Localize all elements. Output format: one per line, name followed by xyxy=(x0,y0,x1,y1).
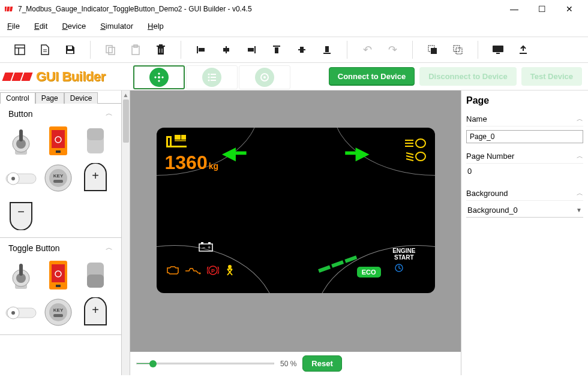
mode-tab-design[interactable] xyxy=(133,65,185,89)
paste-icon[interactable] xyxy=(124,41,147,59)
align-bottom-icon[interactable] xyxy=(316,41,338,59)
minimize-button[interactable]: — xyxy=(500,0,528,18)
control-phone-toggle[interactable] xyxy=(41,258,76,292)
prop-name-header[interactable]: Name ︿ xyxy=(466,112,583,126)
control-minus-button[interactable]: − xyxy=(4,198,38,233)
battery-icon: −+ xyxy=(199,242,213,255)
zoom-reset-button[interactable]: Reset xyxy=(302,355,341,372)
mode-tab-list[interactable] xyxy=(186,65,238,89)
main-toolbar: ↶ ↷ xyxy=(0,37,588,63)
prop-page-number-header[interactable]: Page Number ︿ xyxy=(466,149,583,164)
control-key-toggle[interactable]: KEY xyxy=(41,295,76,330)
prop-page-number-label: Page Number xyxy=(466,152,514,161)
tab-control[interactable]: Control xyxy=(0,92,35,104)
svg-rect-26 xyxy=(275,47,278,53)
control-plus-toggle[interactable]: + xyxy=(78,295,113,330)
zoom-percent: 50 % xyxy=(280,360,296,368)
control-knob-toggle[interactable] xyxy=(4,258,38,292)
design-canvas-area: 1360kg ◀━ ━▶ −+ P ENGINE START ▬ ▬ ▬ xyxy=(130,91,461,375)
svg-rect-32 xyxy=(431,48,437,54)
tab-page[interactable]: Page xyxy=(35,92,64,104)
close-button[interactable]: ✕ xyxy=(556,0,583,18)
svg-text:−: − xyxy=(17,205,25,218)
control-flat-button[interactable] xyxy=(78,123,113,158)
arrow-left-icon: ◀━ xyxy=(223,143,246,163)
menu-bar: File Edit Device Simulator Help xyxy=(0,18,588,37)
align-center-v-icon[interactable] xyxy=(290,41,313,59)
delete-icon[interactable] xyxy=(149,41,172,59)
svg-rect-24 xyxy=(248,48,254,52)
undo-icon[interactable]: ↶ xyxy=(356,41,379,59)
control-slide-toggle[interactable] xyxy=(4,295,38,330)
svg-rect-10 xyxy=(106,46,112,53)
section-toggle-header[interactable]: Toggle Button ︿ xyxy=(0,238,121,258)
svg-rect-35 xyxy=(493,46,503,52)
chevron-up-icon: ︿ xyxy=(106,243,113,253)
svg-rect-75 xyxy=(87,275,104,288)
svg-rect-89 xyxy=(166,136,172,138)
upload-icon[interactable] xyxy=(512,41,535,59)
svg-point-91 xyxy=(416,139,425,147)
svg-rect-52 xyxy=(52,130,65,148)
control-knob-button[interactable] xyxy=(4,123,38,158)
svg-rect-33 xyxy=(456,48,462,54)
tab-device[interactable]: Device xyxy=(64,92,98,104)
prop-name-input[interactable] xyxy=(466,130,583,143)
engine-warning-icon xyxy=(166,266,179,278)
save-icon[interactable] xyxy=(59,41,82,59)
prop-page-number-value: 0 xyxy=(466,164,583,180)
align-right-icon[interactable] xyxy=(240,41,263,59)
section-button-label: Button xyxy=(8,109,32,119)
svg-line-96 xyxy=(406,153,413,155)
control-key-button[interactable]: KEY xyxy=(41,161,76,195)
control-plus-button[interactable]: + xyxy=(78,161,113,195)
test-device-button[interactable]: Test Device xyxy=(521,67,582,86)
prop-name-label: Name xyxy=(466,114,487,123)
menu-help[interactable]: Help xyxy=(148,22,164,31)
control-phone-button[interactable] xyxy=(41,123,76,158)
svg-point-39 xyxy=(208,73,210,75)
svg-rect-50 xyxy=(19,129,23,141)
align-top-icon[interactable] xyxy=(265,41,288,59)
logo-text: GUI Builder xyxy=(36,69,106,85)
prop-background-select[interactable]: Background_0 ▼ xyxy=(466,203,583,218)
menu-device[interactable]: Device xyxy=(62,22,86,31)
svg-rect-16 xyxy=(159,44,163,46)
bring-front-icon[interactable] xyxy=(421,41,444,59)
svg-rect-1 xyxy=(7,7,10,11)
svg-rect-54 xyxy=(56,150,61,153)
section-button-header[interactable]: Button ︿ xyxy=(0,104,121,123)
weight-display: 1360kg xyxy=(165,152,219,174)
new-project-icon[interactable] xyxy=(8,41,31,59)
scrollbar-thumb[interactable] xyxy=(123,99,129,143)
copy-icon[interactable] xyxy=(99,41,122,59)
align-left-icon[interactable] xyxy=(190,41,212,59)
prop-background-value: Background_0 xyxy=(467,206,518,215)
svg-point-59 xyxy=(11,177,15,180)
high-beam-icon xyxy=(405,138,427,150)
align-center-h-icon[interactable] xyxy=(215,41,238,59)
disconnect-device-button[interactable]: Disconnect to Device xyxy=(419,67,517,86)
control-flat-toggle[interactable] xyxy=(78,258,113,292)
connect-device-button[interactable]: Connect to Device xyxy=(329,67,415,86)
zoom-controls: 50 % Reset xyxy=(130,352,461,375)
maximize-button[interactable]: ☐ xyxy=(528,0,556,18)
redo-icon[interactable]: ↷ xyxy=(381,41,404,59)
zoom-slider[interactable] xyxy=(136,363,274,364)
chevron-up-icon: ︿ xyxy=(106,108,113,119)
menu-simulator[interactable]: Simulator xyxy=(100,22,133,31)
svg-rect-28 xyxy=(300,47,304,53)
svg-rect-101 xyxy=(208,242,211,244)
send-back-icon[interactable] xyxy=(446,41,469,59)
svg-rect-8 xyxy=(68,46,72,49)
control-slide-switch[interactable] xyxy=(4,161,38,195)
open-file-icon[interactable] xyxy=(34,41,56,59)
display-icon[interactable] xyxy=(487,41,509,59)
svg-line-97 xyxy=(406,156,413,158)
svg-rect-71 xyxy=(52,264,65,282)
prop-background-header[interactable]: Background ︿ xyxy=(466,186,583,201)
mode-tab-settings[interactable] xyxy=(239,65,290,89)
menu-edit[interactable]: Edit xyxy=(34,22,47,31)
menu-file[interactable]: File xyxy=(7,22,20,31)
device-canvas[interactable]: 1360kg ◀━ ━▶ −+ P ENGINE START ▬ ▬ ▬ xyxy=(157,128,435,293)
